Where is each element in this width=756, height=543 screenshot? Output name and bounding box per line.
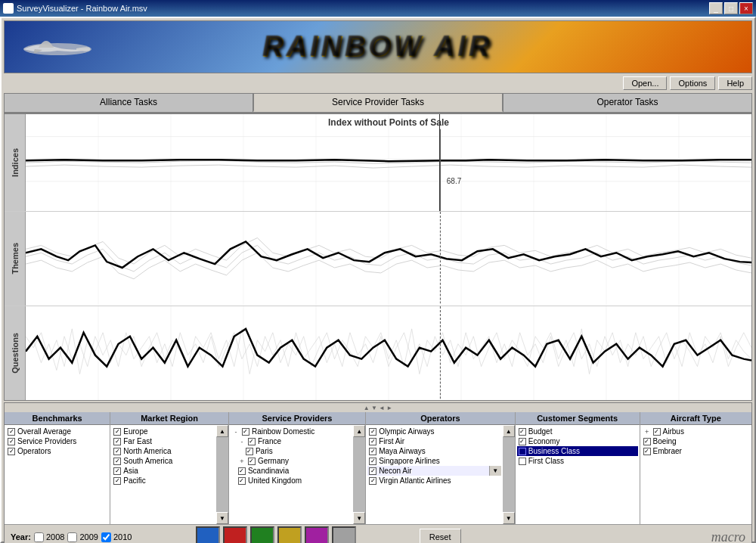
checkbox[interactable]: ✓	[113, 448, 121, 455]
reset-button[interactable]: Reset	[420, 529, 461, 543]
checkbox[interactable]	[519, 458, 526, 465]
color-blue-button[interactable]	[196, 526, 220, 543]
checkbox[interactable]: ✓	[238, 467, 246, 475]
tab-service-provider[interactable]: Service Provider Tasks	[253, 93, 503, 112]
open-button[interactable]: Open...	[623, 76, 667, 90]
indices-plot[interactable]: Index without Points of Sale 68.7	[26, 114, 751, 211]
checkbox[interactable]: ✓	[8, 428, 15, 436]
checkbox[interactable]: ✓	[113, 428, 121, 436]
checkbox[interactable]: ✓	[113, 477, 121, 485]
maximize-button[interactable]: □	[724, 2, 738, 14]
list-item[interactable]: ✓ Olympic Airways	[367, 427, 501, 436]
list-item[interactable]: ✓ Maya Airways	[367, 446, 501, 456]
checkbox[interactable]: ✓	[369, 448, 376, 455]
expand-icon[interactable]: -	[238, 438, 246, 445]
aircraft-type-list[interactable]: + ✓ Airbus ✓ Boeing ✓ Embraer	[640, 425, 751, 524]
color-yellow-button[interactable]	[277, 526, 302, 543]
list-item[interactable]: ✓ Service Providers	[6, 436, 108, 446]
checkbox[interactable]: ✓	[369, 428, 376, 436]
checkbox[interactable]: ✓	[248, 438, 256, 445]
checkbox[interactable]: ✓	[643, 438, 651, 445]
scroll-track[interactable]	[216, 437, 228, 512]
color-gray-button[interactable]	[332, 526, 356, 543]
help-button[interactable]: Help	[718, 76, 752, 90]
list-item[interactable]: ✓ Europe	[112, 427, 215, 436]
checkbox[interactable]: ✓	[242, 428, 249, 436]
expand-icon[interactable]: +	[238, 458, 246, 465]
checkbox[interactable]: ✓	[246, 448, 253, 455]
list-item[interactable]: ✓ Budget	[517, 427, 638, 436]
benchmarks-list[interactable]: ✓ Overall Average ✓ Service Providers ✓ …	[5, 425, 110, 524]
color-red-button[interactable]	[223, 526, 247, 543]
list-item[interactable]: ✓ Scandinavia	[231, 466, 352, 476]
list-item[interactable]: + ✓ Airbus	[642, 427, 750, 436]
operators-list[interactable]: ✓ Olympic Airways ✓ First Air ✓ Maya Air…	[366, 425, 503, 524]
expand-icon[interactable]: -	[232, 428, 240, 436]
checkbox[interactable]	[519, 448, 526, 455]
list-item[interactable]: ✓ Operators	[6, 446, 108, 456]
checkbox[interactable]: ✓	[653, 428, 661, 436]
list-item[interactable]: + ✓ Germany	[231, 456, 352, 466]
checkbox[interactable]: ✓	[248, 458, 256, 465]
list-item[interactable]: ✓ Asia	[112, 466, 215, 476]
list-item[interactable]: - ✓ Rainbow Domestic	[231, 427, 352, 436]
scroll-down-btn[interactable]: ▼	[503, 512, 515, 524]
list-item[interactable]: ✓ Embraer	[642, 446, 750, 456]
list-item[interactable]: ✓ United Kingdom	[231, 476, 352, 486]
tab-operator[interactable]: Operator Tasks	[503, 93, 752, 112]
list-item-selected[interactable]: Business Class	[517, 446, 638, 456]
year-2008[interactable]: 2008	[34, 532, 64, 542]
checkbox[interactable]: ✓	[8, 438, 15, 445]
customer-segments-list[interactable]: ✓ Budget ✓ Economy Business Class First …	[516, 425, 640, 524]
list-item[interactable]: ✓ South America	[112, 456, 215, 466]
expand-icon[interactable]: +	[643, 428, 651, 436]
checkbox[interactable]: ✓	[113, 458, 121, 465]
list-item[interactable]: ✓ Economy	[517, 436, 638, 446]
checkbox[interactable]: ✓	[113, 467, 121, 475]
list-item[interactable]: ✓ Paris	[231, 446, 352, 456]
year-2009-checkbox[interactable]	[67, 532, 77, 542]
scroll-down-btn[interactable]: ▼	[216, 512, 228, 524]
list-item[interactable]: ✓ Pacific	[112, 476, 215, 486]
list-item[interactable]: - ✓ France	[231, 436, 352, 446]
list-item[interactable]: ✓ First Air	[367, 436, 501, 446]
close-button[interactable]: ×	[739, 2, 753, 14]
checkbox[interactable]: ✓	[519, 438, 526, 445]
list-item[interactable]: ✓ Overall Average	[6, 427, 108, 436]
list-item[interactable]: First Class	[517, 456, 638, 466]
scroll-up-btn[interactable]: ▲	[503, 425, 515, 437]
market-region-list[interactable]: ✓ Europe ✓ Far East ✓ North America ✓	[110, 425, 216, 524]
year-2008-checkbox[interactable]	[34, 532, 44, 542]
year-2009[interactable]: 2009	[67, 532, 98, 542]
checkbox[interactable]: ✓	[113, 438, 121, 445]
checkbox[interactable]: ✓	[519, 428, 526, 436]
list-item[interactable]: ✓ Singapore Airlines	[367, 456, 501, 466]
scroll-up-btn[interactable]: ▲	[353, 425, 365, 437]
tab-alliance[interactable]: Alliance Tasks	[4, 93, 253, 112]
checkbox[interactable]: ✓	[369, 467, 376, 475]
list-item[interactable]: ✓ North America	[112, 446, 215, 456]
list-item[interactable]: ✓ Necon Air ▼	[367, 466, 501, 476]
year-2010-checkbox[interactable]	[101, 532, 111, 542]
list-item[interactable]: ✓ Boeing	[642, 436, 750, 446]
color-green-button[interactable]	[250, 526, 274, 543]
checkbox[interactable]: ✓	[369, 458, 376, 465]
list-item[interactable]: ✓ Far East	[112, 436, 215, 446]
service-providers-list[interactable]: - ✓ Rainbow Domestic - ✓ France ✓ Paris	[229, 425, 353, 524]
year-2010[interactable]: 2010	[101, 532, 132, 542]
minimize-button[interactable]: _	[709, 2, 723, 14]
list-item[interactable]: ✓ Virgin Atlantic Airlines	[367, 476, 501, 486]
scroll-up-btn[interactable]: ▲	[216, 425, 228, 437]
checkbox[interactable]: ✓	[8, 448, 15, 455]
scroll-track[interactable]	[503, 437, 515, 512]
options-button[interactable]: Options	[670, 76, 715, 90]
checkbox[interactable]: ✓	[643, 448, 651, 455]
themes-plot[interactable]	[26, 212, 751, 305]
checkbox[interactable]: ✓	[238, 477, 246, 485]
scroll-track[interactable]	[353, 437, 365, 512]
checkbox[interactable]: ✓	[369, 438, 376, 445]
questions-plot[interactable]	[26, 306, 751, 400]
checkbox[interactable]: ✓	[369, 477, 376, 485]
scroll-down-btn[interactable]: ▼	[353, 512, 365, 524]
color-purple-button[interactable]	[305, 526, 329, 543]
